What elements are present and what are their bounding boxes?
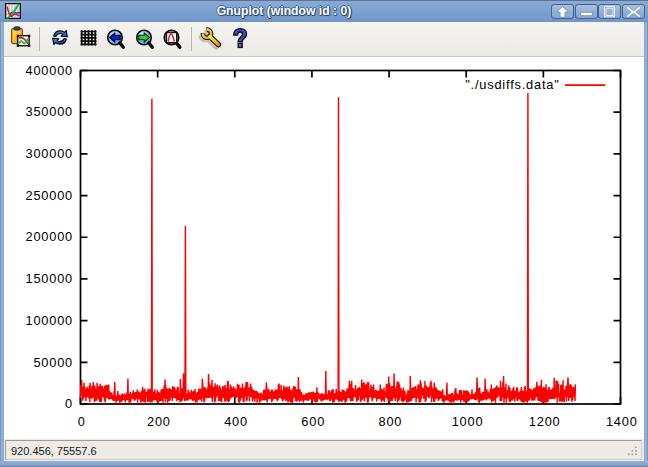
svg-text:100000: 100000 — [25, 313, 73, 328]
svg-text:300000: 300000 — [25, 146, 73, 161]
svg-text:600: 600 — [301, 414, 325, 429]
svg-text:150000: 150000 — [25, 271, 73, 286]
svg-text:1000: 1000 — [452, 414, 484, 429]
svg-text:50000: 50000 — [33, 355, 73, 370]
svg-text:350000: 350000 — [25, 104, 73, 119]
svg-text:1400: 1400 — [606, 414, 638, 429]
svg-text:800: 800 — [379, 414, 403, 429]
svg-text:400000: 400000 — [25, 63, 73, 78]
svg-text:200000: 200000 — [25, 229, 73, 244]
svg-text:"./usdiffs.data": "./usdiffs.data" — [465, 77, 559, 92]
svg-text:0: 0 — [65, 396, 73, 411]
svg-text:0: 0 — [78, 414, 86, 429]
svg-text:250000: 250000 — [25, 188, 73, 203]
svg-text:1200: 1200 — [529, 414, 561, 429]
svg-text:400: 400 — [224, 414, 248, 429]
svg-text:200: 200 — [147, 414, 171, 429]
